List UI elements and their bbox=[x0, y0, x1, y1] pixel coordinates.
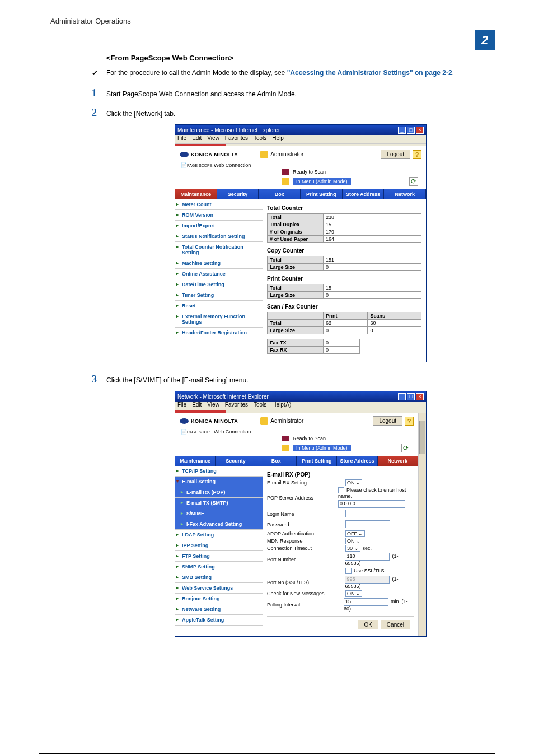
nav-tab[interactable]: Store Address bbox=[337, 456, 377, 466]
ie-menu-item[interactable]: Edit bbox=[192, 135, 202, 143]
sidebar-item[interactable]: NetWare Setting bbox=[175, 604, 263, 615]
form-select[interactable]: ON ⌄ bbox=[345, 538, 362, 544]
sidebar-item[interactable]: Timer Setting bbox=[175, 290, 263, 301]
sidebar-item[interactable]: E-mail TX (SMTP) bbox=[175, 498, 263, 508]
sidebar-item[interactable]: Reset bbox=[175, 301, 263, 311]
sidebar-item[interactable]: E-mail Setting bbox=[175, 477, 263, 487]
ie-menu-item[interactable]: View bbox=[207, 402, 219, 410]
sidebar-item[interactable]: Web Service Settings bbox=[175, 583, 263, 594]
sidebar-item[interactable]: Online Assistance bbox=[175, 269, 263, 279]
counter-label: Large Size bbox=[268, 327, 324, 334]
form-checkbox[interactable] bbox=[338, 487, 344, 493]
counter-label: Fax RX bbox=[268, 347, 324, 354]
close-icon[interactable]: × bbox=[416, 127, 424, 134]
sidebar-item[interactable]: S/MIME bbox=[175, 508, 263, 519]
sidebar-item[interactable]: SMB Setting bbox=[175, 572, 263, 583]
sidebar-item[interactable]: IPP Setting bbox=[175, 540, 263, 551]
nav-tab[interactable]: Print Setting bbox=[297, 456, 337, 466]
brand-logo-icon bbox=[180, 418, 189, 424]
counter-value: 0 bbox=[324, 292, 421, 299]
nav-tab[interactable]: Store Address bbox=[343, 189, 385, 199]
footer-rule bbox=[39, 753, 495, 754]
ie-menu-item[interactable]: Tools bbox=[254, 402, 266, 410]
ie-menu-item[interactable]: Help bbox=[272, 135, 284, 143]
sidebar-item[interactable]: External Memory Function Settings bbox=[175, 311, 263, 328]
ie-menu-item[interactable]: Favorites bbox=[225, 135, 248, 143]
sidebar-item[interactable]: Header/Footer Registration bbox=[175, 328, 263, 338]
header-rule bbox=[50, 31, 495, 31]
maximize-icon[interactable]: □ bbox=[407, 393, 415, 400]
counter-section-heading: Total Counter bbox=[267, 205, 421, 211]
maximize-icon[interactable]: □ bbox=[407, 127, 415, 134]
cancel-button[interactable]: Cancel bbox=[381, 620, 410, 629]
form-label: APOP Authentication bbox=[267, 531, 345, 536]
form-input[interactable] bbox=[345, 520, 390, 528]
table-header bbox=[268, 312, 324, 320]
sidebar-item[interactable]: E-mail RX (POP) bbox=[175, 487, 263, 498]
sidebar-item[interactable]: FTP Setting bbox=[175, 551, 263, 562]
form-input[interactable]: 110 bbox=[345, 553, 390, 561]
sidebar-item[interactable]: Bonjour Setting bbox=[175, 594, 263, 604]
ie-menu-item[interactable]: Edit bbox=[192, 402, 202, 410]
form-select[interactable]: ON ⌄ bbox=[345, 590, 362, 597]
minimize-icon[interactable]: _ bbox=[398, 393, 406, 400]
nav-tab[interactable]: Network bbox=[384, 189, 426, 199]
sidebar-item[interactable]: Status Notification Setting bbox=[175, 231, 263, 242]
form-select[interactable]: ON ⌄ bbox=[345, 479, 362, 486]
form-label: Connection Timeout bbox=[267, 545, 345, 551]
nav-tab[interactable]: Print Setting bbox=[301, 189, 343, 199]
form-select[interactable]: OFF ⌄ bbox=[345, 530, 365, 537]
ie-menu-item[interactable]: Favorites bbox=[225, 402, 248, 410]
sidebar-item[interactable]: Machine Setting bbox=[175, 258, 263, 269]
help-icon[interactable]: ? bbox=[405, 417, 414, 426]
sidebar-item[interactable]: ROM Version bbox=[175, 210, 263, 221]
nav-tab[interactable]: Box bbox=[256, 456, 297, 466]
nav-tab[interactable]: Maintenance bbox=[175, 189, 217, 199]
sidebar-item[interactable]: Import/Export bbox=[175, 221, 263, 231]
sidebar-item[interactable]: Meter Count bbox=[175, 199, 263, 210]
nav-tab[interactable]: Security bbox=[217, 189, 259, 199]
logout-button[interactable]: Logout bbox=[373, 416, 402, 426]
form-checkbox[interactable] bbox=[345, 568, 352, 574]
form-input[interactable] bbox=[345, 510, 390, 517]
form-label: Password bbox=[267, 522, 345, 528]
screenshot-maintenance: Maintenance - Microsoft Internet Explore… bbox=[175, 124, 427, 362]
sidebar-item[interactable]: LDAP Setting bbox=[175, 530, 263, 540]
form-label: MDN Response bbox=[267, 538, 345, 544]
sidebar-item[interactable]: Date/Time Setting bbox=[175, 279, 263, 290]
nav-tab[interactable]: Security bbox=[216, 456, 256, 466]
nav-tab[interactable]: Network bbox=[378, 456, 418, 466]
nav-tab[interactable]: Maintenance bbox=[175, 456, 216, 466]
form-input[interactable]: 0.0.0.0 bbox=[338, 500, 405, 508]
sidebar-item[interactable]: TCP/IP Setting bbox=[175, 466, 263, 477]
link-accessing-admin[interactable]: "Accessing the Administrator Settings" o… bbox=[287, 69, 452, 77]
close-icon[interactable]: × bbox=[416, 393, 424, 400]
table-header: Print bbox=[324, 312, 368, 320]
logout-button[interactable]: Logout bbox=[381, 150, 410, 159]
ie-menu-item[interactable]: File bbox=[177, 135, 186, 143]
section-heading: <From PageScope Web Connection> bbox=[106, 54, 495, 62]
minimize-icon[interactable]: _ bbox=[398, 127, 406, 134]
sidebar-item[interactable]: I-Fax Advanced Setting bbox=[175, 519, 263, 530]
ie-menu-item[interactable]: File bbox=[177, 402, 186, 410]
sidebar-item[interactable]: SNMP Setting bbox=[175, 562, 263, 572]
form-label: Port Number bbox=[267, 557, 345, 562]
sidebar-item[interactable]: Total Counter Notification Setting bbox=[175, 242, 263, 258]
vertical-scrollbar[interactable] bbox=[418, 413, 426, 636]
brand-name: KONICA MINOLTA bbox=[191, 152, 238, 157]
sidebar-item[interactable]: AppleTalk Setting bbox=[175, 615, 263, 626]
refresh-icon[interactable]: ⟳ bbox=[409, 177, 418, 186]
ie-menubar[interactable]: FileEditViewFavoritesToolsHelp(A) bbox=[175, 402, 426, 410]
form-select[interactable]: 30 ⌄ bbox=[345, 545, 360, 552]
ie-menu-item[interactable]: View bbox=[207, 135, 219, 143]
ie-menu-item[interactable]: Help(A) bbox=[272, 402, 291, 410]
counter-label: Total bbox=[268, 214, 324, 221]
form-input[interactable]: 15 bbox=[344, 598, 388, 606]
help-icon[interactable]: ? bbox=[413, 150, 421, 159]
ok-button[interactable]: OK bbox=[358, 620, 378, 629]
refresh-icon[interactable]: ⟳ bbox=[401, 444, 410, 452]
ie-menu-item[interactable]: Tools bbox=[254, 135, 266, 143]
nav-tab[interactable]: Box bbox=[259, 189, 301, 199]
counter-label: Total bbox=[268, 320, 324, 327]
ie-menubar[interactable]: FileEditViewFavoritesToolsHelp bbox=[175, 135, 426, 144]
